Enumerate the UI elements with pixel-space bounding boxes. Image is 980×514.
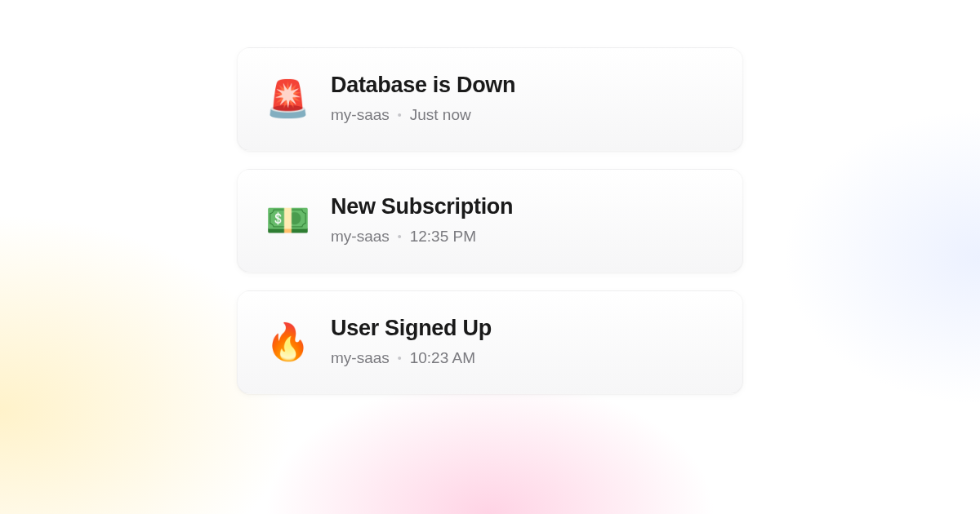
project-label: my-saas (331, 228, 390, 246)
notification-meta: my-saas • Just now (331, 106, 515, 124)
notification-content: User Signed Up my-saas • 10:23 AM (331, 316, 492, 367)
money-icon: 💵 (265, 202, 308, 238)
time-label: Just now (410, 106, 471, 124)
notification-card[interactable]: 💵 New Subscription my-saas • 12:35 PM (237, 169, 743, 273)
notification-card[interactable]: 🔥 User Signed Up my-saas • 10:23 AM (237, 290, 743, 394)
fire-icon: 🔥 (265, 324, 308, 360)
notification-card[interactable]: 🚨 Database is Down my-saas • Just now (237, 47, 743, 151)
notification-content: New Subscription my-saas • 12:35 PM (331, 194, 513, 246)
notification-content: Database is Down my-saas • Just now (331, 73, 515, 124)
notification-title: Database is Down (331, 73, 515, 98)
notification-meta: my-saas • 10:23 AM (331, 349, 492, 367)
meta-separator: • (398, 230, 402, 243)
project-label: my-saas (331, 106, 390, 124)
project-label: my-saas (331, 349, 390, 367)
time-label: 12:35 PM (410, 228, 476, 246)
notification-title: User Signed Up (331, 316, 492, 341)
time-label: 10:23 AM (410, 349, 475, 367)
siren-icon: 🚨 (265, 81, 308, 117)
notification-title: New Subscription (331, 194, 513, 219)
notifications-list: 🚨 Database is Down my-saas • Just now 💵 … (237, 47, 743, 394)
meta-separator: • (398, 109, 402, 122)
notification-meta: my-saas • 12:35 PM (331, 228, 513, 246)
meta-separator: • (398, 352, 402, 365)
